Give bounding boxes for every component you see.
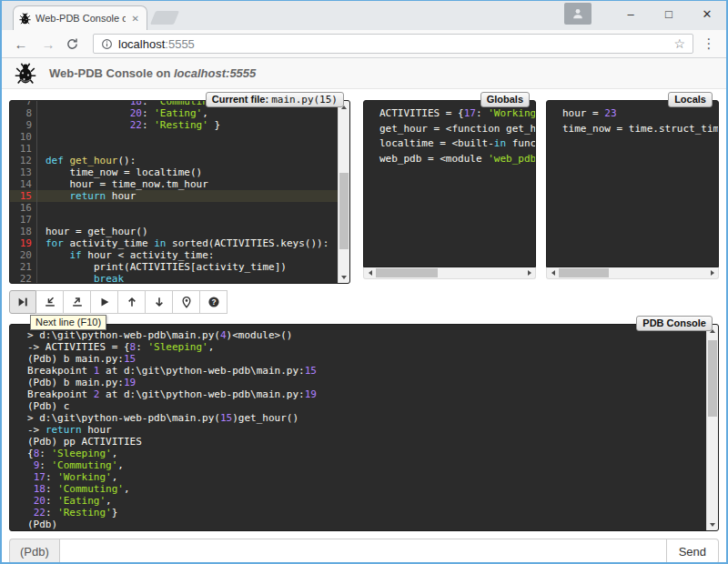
code-line: > d:\git\python-web-pdb\main.py(4)<modul… [19, 329, 697, 341]
line-number: 21 [10, 261, 37, 273]
editor-vscrollbar[interactable] [338, 101, 349, 283]
code-line: (Pdb) c [19, 400, 697, 412]
stack-up-button[interactable] [118, 290, 146, 314]
current-file-panel: Current file: main.py(15) 7 18: 'Commuti… [9, 100, 350, 284]
return-button[interactable] [64, 290, 91, 314]
info-icon[interactable] [101, 38, 113, 50]
step-into-icon [44, 296, 56, 308]
send-button[interactable]: Send [667, 539, 719, 562]
line-number: 8 [10, 107, 37, 119]
reload-icon[interactable] [66, 37, 86, 51]
code-line: 20: 'Eating', [19, 495, 697, 507]
help-button[interactable]: ? [200, 290, 228, 314]
code-line: ACTIVITIES = {17: 'Working', 18: 'Commut… [371, 106, 528, 122]
minimize-button[interactable]: – [612, 2, 650, 25]
code-line: {8: 'Sleeping', [19, 448, 697, 459]
tab-title: Web-PDB Console on lo [35, 13, 126, 24]
locals-label: Locals [668, 92, 713, 107]
url-text: localhost:5555 [118, 37, 195, 51]
top-panel-row: Current file: main.py(15) 7 18: 'Commuti… [9, 100, 719, 284]
stack-down-button[interactable] [146, 290, 173, 314]
code-area: 7 18: 'Commuting',8 20: 'Eating',9 22: '… [10, 101, 338, 283]
pdb-console[interactable]: > d:\git\python-web-pdb\main.py(4)<modul… [9, 324, 719, 531]
page-header: Web-PDB Console on localhost:5555 [2, 58, 726, 89]
scroll-down-icon[interactable] [707, 519, 718, 530]
code-line: 11 [10, 143, 338, 155]
tab-close-icon[interactable]: ✕ [130, 14, 141, 24]
scroll-thumb[interactable] [339, 173, 349, 249]
page-content: Current file: main.py(15) 7 18: 'Commuti… [2, 89, 726, 562]
locals-content[interactable]: hour = 23time_now = time.struct_time(tm_… [546, 100, 719, 267]
code-line: (Pdb) b main.py:19 [19, 377, 697, 388]
scroll-right-icon[interactable] [523, 267, 535, 278]
line-number: 14 [10, 178, 37, 190]
code-line: Breakpoint 1 at d:\git\python-web-pdb\ma… [19, 365, 697, 377]
code-line: (Pdb) [19, 519, 697, 530]
line-number: 11 [10, 143, 37, 155]
code-line: web_pdb = <module 'web_pdb' from 'd:\git [371, 152, 528, 167]
line-number: 18 [10, 226, 37, 237]
arrow-down-icon [153, 296, 166, 308]
question-icon: ? [207, 296, 220, 308]
globals-content[interactable]: ACTIVITIES = {17: 'Working', 18: 'Commut… [363, 100, 536, 267]
where-button[interactable] [173, 290, 200, 314]
scroll-down-icon[interactable] [339, 271, 349, 283]
line-number: 17 [10, 214, 37, 226]
locals-hscrollbar[interactable] [546, 267, 719, 279]
command-input[interactable] [59, 539, 667, 562]
scroll-thumb[interactable] [708, 340, 717, 417]
next-line-icon [16, 296, 29, 308]
line-number-breakpoint: 19 [10, 237, 37, 249]
maximize-button[interactable]: □ [650, 2, 688, 25]
code-line: (Pdb) b main.py:15 [19, 353, 697, 365]
code-line: (Pdb) pp ACTIVITIES [19, 436, 697, 448]
code-line: 18: 'Commuting', [19, 483, 697, 495]
globals-hscrollbar[interactable] [363, 267, 536, 279]
forward-icon[interactable]: → [38, 36, 58, 52]
bookmark-star-icon[interactable]: ☆ [673, 36, 685, 51]
new-tab-button[interactable] [150, 11, 179, 25]
code-line: 8 20: 'Eating', [10, 107, 338, 119]
page-title: Web-PDB Console on localhost:5555 [49, 66, 256, 80]
browser-tab[interactable]: Web-PDB Console on lo ✕ [13, 5, 147, 30]
tooltip: Next line (F10) [30, 315, 106, 330]
line-number: 20 [10, 249, 37, 261]
scroll-thumb[interactable] [376, 268, 438, 277]
code-line: 16 [10, 202, 338, 214]
scroll-left-icon[interactable] [547, 267, 559, 278]
console-vscrollbar[interactable] [706, 325, 718, 530]
scroll-left-icon[interactable] [364, 267, 376, 278]
favicon-bug-icon [19, 13, 31, 25]
code-line: 20 if hour < activity_time: [10, 249, 338, 261]
chrome-menu-icon[interactable]: ⋮ [701, 35, 717, 52]
current-file-label: Current file: main.py(15) [206, 92, 344, 107]
tab-strip: Web-PDB Console on lo ✕ – □ ✕ [2, 1, 726, 30]
code-line: get_hour = <function get_hour at 0x0000 [371, 122, 528, 137]
next-line-button[interactable] [9, 290, 36, 314]
pdb-console-panel: PDB Console > d:\git\python-web-pdb\main… [9, 324, 719, 531]
bug-logo-icon [15, 63, 36, 85]
step-out-icon [71, 296, 84, 308]
continue-button[interactable] [91, 290, 118, 314]
line-number: 16 [10, 202, 37, 214]
code-line: 10 [10, 131, 338, 143]
address-bar[interactable]: localhost:5555 ☆ [93, 34, 693, 54]
map-marker-icon [180, 296, 193, 308]
code-editor[interactable]: 7 18: 'Commuting',8 20: 'Eating',9 22: '… [9, 100, 350, 284]
line-number: 10 [10, 131, 37, 143]
globals-panel: Globals ACTIVITIES = {17: 'Working', 18:… [363, 100, 536, 284]
window-controls: – □ ✕ [564, 1, 726, 26]
browser-window: Web-PDB Console on lo ✕ – □ ✕ ← → localh… [0, 0, 728, 564]
profile-button[interactable] [564, 3, 592, 25]
back-icon[interactable]: ← [11, 36, 31, 52]
close-button[interactable]: ✕ [688, 2, 726, 25]
code-line: 9 22: 'Resting' } [10, 119, 338, 131]
line-number-breakpoint: 15 [10, 190, 37, 202]
command-input-group: (Pdb) Send [9, 539, 719, 562]
code-line: -> ACTIVITIES = {8: 'Sleeping', [19, 341, 697, 353]
step-into-button[interactable] [36, 290, 64, 314]
console-output: > d:\git\python-web-pdb\main.py(4)<modul… [10, 325, 706, 530]
scroll-thumb[interactable] [559, 268, 609, 277]
code-line: 19for activity_time in sorted(ACTIVITIES… [10, 237, 338, 249]
scroll-right-icon[interactable] [706, 267, 718, 278]
